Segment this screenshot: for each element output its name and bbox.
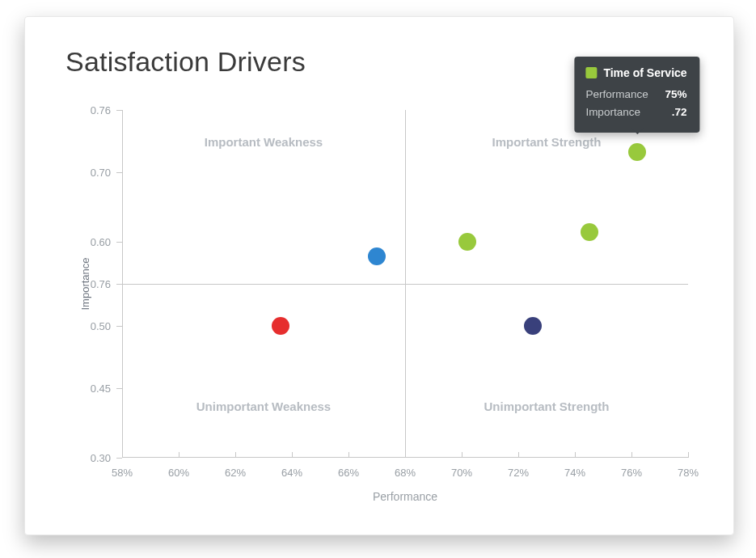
y-tick [116, 242, 122, 243]
x-tick [292, 452, 293, 458]
y-tick [116, 110, 122, 111]
quadrant-label-bottom-left: Unimportant Weakness [196, 399, 331, 412]
x-tick-label: 70% [451, 467, 472, 479]
y-tick-label: 0.45 [78, 383, 111, 395]
y-tick [116, 284, 122, 285]
data-point[interactable] [628, 143, 646, 161]
data-point[interactable] [272, 317, 289, 335]
y-tick-label: 0.70 [78, 167, 111, 179]
y-tick-label: 0.60 [78, 236, 111, 248]
quadrant-label-bottom-right: Unimportant Strength [484, 399, 610, 412]
tooltip-value: .72 [672, 104, 687, 121]
x-tick [462, 452, 462, 458]
tooltip-value: 75% [665, 86, 687, 104]
x-tick [235, 452, 236, 458]
x-tick-label: 58% [112, 467, 133, 479]
y-tick [116, 458, 122, 459]
chart-card: Satisfaction Drivers Performance Importa… [24, 16, 734, 535]
x-tick [179, 452, 179, 458]
y-tick-label: 0.50 [78, 319, 111, 332]
data-point[interactable] [368, 247, 386, 265]
x-tick [575, 452, 576, 458]
x-tick [348, 452, 349, 458]
x-tick-label: 68% [395, 467, 416, 479]
tooltip-swatch [585, 67, 597, 78]
x-tick-label: 64% [281, 467, 302, 479]
x-tick-label: 74% [564, 467, 585, 479]
x-tick-label: 66% [338, 467, 359, 479]
y-tick-label: 0.76 [78, 278, 111, 290]
data-point[interactable] [524, 317, 542, 335]
quadrant-label-top-left: Important Weakness [205, 134, 323, 148]
quadrant-label-top-right: Important Strength [492, 134, 602, 148]
y-tick [116, 172, 122, 173]
data-point[interactable] [581, 223, 598, 241]
y-tick [116, 388, 122, 389]
x-tick-label: 78% [678, 467, 699, 479]
x-tick [631, 452, 632, 458]
tooltip-key: Performance [585, 86, 648, 104]
x-tick-label: 62% [225, 467, 246, 479]
y-tick [116, 326, 122, 327]
x-tick-label: 72% [508, 467, 529, 479]
tooltip-key: Importance [585, 104, 640, 121]
x-axis-label: Performance [373, 490, 437, 503]
x-tick [405, 452, 406, 458]
vertical-midline [405, 110, 406, 458]
data-point[interactable] [458, 233, 476, 251]
chart-plot-area: Performance Importance 0.760.700.600.760… [122, 110, 688, 458]
x-tick-label: 76% [621, 467, 642, 479]
x-tick [122, 452, 123, 458]
x-tick [518, 452, 519, 458]
tooltip-series-name: Time of Service [603, 66, 686, 79]
y-tick-label: 0.30 [78, 452, 111, 464]
x-tick-label: 60% [168, 467, 189, 479]
chart-title: Satisfaction Drivers [65, 46, 306, 78]
y-tick-label: 0.76 [78, 104, 111, 116]
tooltip: Time of ServicePerformance75%Importance.… [574, 57, 699, 133]
x-tick [688, 452, 689, 458]
